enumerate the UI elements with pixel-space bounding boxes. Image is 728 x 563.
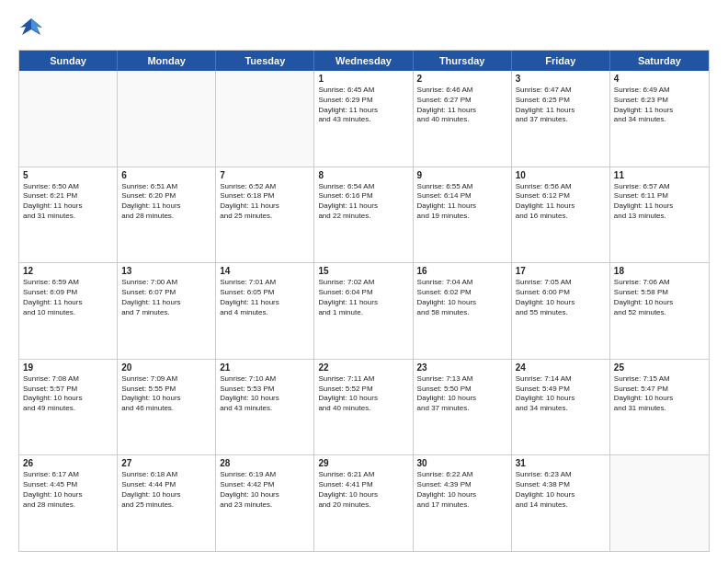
day-cell-21: 21Sunrise: 7:10 AM Sunset: 5:53 PM Dayli… (216, 360, 314, 455)
empty-cell-0-0 (19, 71, 118, 167)
day-info: Sunrise: 6:21 AM Sunset: 4:41 PM Dayligh… (318, 470, 408, 510)
day-info: Sunrise: 6:54 AM Sunset: 6:16 PM Dayligh… (318, 182, 408, 222)
day-cell-9: 9Sunrise: 6:55 AM Sunset: 6:14 PM Daylig… (414, 167, 512, 263)
day-cell-27: 27Sunrise: 6:18 AM Sunset: 4:44 PM Dayli… (118, 455, 216, 551)
day-number: 15 (318, 266, 408, 276)
day-cell-25: 25Sunrise: 7:15 AM Sunset: 5:47 PM Dayli… (610, 360, 709, 455)
header-day-wednesday: Wednesday (314, 51, 413, 71)
day-info: Sunrise: 6:17 AM Sunset: 4:45 PM Dayligh… (23, 470, 113, 510)
day-info: Sunrise: 7:14 AM Sunset: 5:49 PM Dayligh… (516, 374, 606, 414)
day-info: Sunrise: 7:05 AM Sunset: 6:00 PM Dayligh… (516, 278, 606, 317)
logo-icon (18, 15, 44, 40)
day-number: 17 (516, 266, 606, 276)
day-cell-26: 26Sunrise: 6:17 AM Sunset: 4:45 PM Dayli… (19, 455, 118, 551)
day-cell-20: 20Sunrise: 7:09 AM Sunset: 5:55 PM Dayli… (118, 360, 216, 455)
day-info: Sunrise: 6:56 AM Sunset: 6:12 PM Dayligh… (516, 182, 606, 222)
day-cell-24: 24Sunrise: 7:14 AM Sunset: 5:49 PM Dayli… (512, 360, 610, 455)
day-number: 12 (23, 266, 113, 276)
day-number: 9 (417, 170, 507, 180)
header-day-thursday: Thursday (414, 51, 512, 71)
day-info: Sunrise: 6:23 AM Sunset: 4:38 PM Dayligh… (516, 470, 606, 510)
day-number: 23 (417, 362, 507, 373)
day-info: Sunrise: 7:06 AM Sunset: 5:58 PM Dayligh… (614, 278, 705, 317)
day-cell-15: 15Sunrise: 7:02 AM Sunset: 6:04 PM Dayli… (314, 263, 413, 359)
logo (18, 15, 48, 40)
day-cell-18: 18Sunrise: 7:06 AM Sunset: 5:58 PM Dayli… (610, 263, 709, 359)
header-day-tuesday: Tuesday (216, 51, 314, 71)
day-number: 16 (417, 266, 507, 276)
header-day-saturday: Saturday (610, 51, 709, 71)
day-cell-30: 30Sunrise: 6:22 AM Sunset: 4:39 PM Dayli… (414, 455, 512, 551)
day-info: Sunrise: 7:15 AM Sunset: 5:47 PM Dayligh… (614, 374, 705, 414)
day-info: Sunrise: 6:22 AM Sunset: 4:39 PM Dayligh… (417, 470, 507, 510)
day-cell-3: 3Sunrise: 6:47 AM Sunset: 6:25 PM Daylig… (512, 71, 610, 167)
day-cell-29: 29Sunrise: 6:21 AM Sunset: 4:41 PM Dayli… (314, 455, 413, 551)
day-info: Sunrise: 7:11 AM Sunset: 5:52 PM Dayligh… (318, 374, 408, 414)
day-number: 1 (318, 74, 408, 84)
day-number: 4 (614, 74, 705, 84)
day-info: Sunrise: 6:49 AM Sunset: 6:23 PM Dayligh… (614, 86, 705, 125)
day-info: Sunrise: 7:10 AM Sunset: 5:53 PM Dayligh… (220, 374, 310, 414)
day-number: 22 (318, 362, 408, 373)
day-info: Sunrise: 6:18 AM Sunset: 4:44 PM Dayligh… (121, 470, 211, 510)
day-info: Sunrise: 6:52 AM Sunset: 6:18 PM Dayligh… (220, 182, 310, 222)
day-number: 24 (516, 362, 606, 373)
day-cell-2: 2Sunrise: 6:46 AM Sunset: 6:27 PM Daylig… (414, 71, 512, 167)
day-cell-5: 5Sunrise: 6:50 AM Sunset: 6:21 PM Daylig… (19, 167, 118, 263)
day-info: Sunrise: 7:04 AM Sunset: 6:02 PM Dayligh… (417, 278, 507, 317)
day-info: Sunrise: 7:02 AM Sunset: 6:04 PM Dayligh… (318, 278, 408, 317)
header-day-monday: Monday (118, 51, 216, 71)
day-cell-19: 19Sunrise: 7:08 AM Sunset: 5:57 PM Dayli… (19, 360, 118, 455)
day-number: 5 (23, 170, 113, 180)
empty-cell-0-2 (216, 71, 314, 167)
day-cell-17: 17Sunrise: 7:05 AM Sunset: 6:00 PM Dayli… (512, 263, 610, 359)
day-info: Sunrise: 7:01 AM Sunset: 6:05 PM Dayligh… (220, 278, 310, 317)
header (18, 15, 710, 40)
calendar-row-3: 19Sunrise: 7:08 AM Sunset: 5:57 PM Dayli… (19, 359, 709, 455)
day-cell-1: 1Sunrise: 6:45 AM Sunset: 6:29 PM Daylig… (314, 71, 413, 167)
day-cell-12: 12Sunrise: 6:59 AM Sunset: 6:09 PM Dayli… (19, 263, 118, 359)
day-info: Sunrise: 6:59 AM Sunset: 6:09 PM Dayligh… (23, 278, 113, 317)
day-number: 13 (121, 266, 211, 276)
day-number: 3 (516, 74, 606, 84)
calendar-row-0: 1Sunrise: 6:45 AM Sunset: 6:29 PM Daylig… (19, 71, 709, 167)
day-number: 31 (516, 458, 606, 468)
day-info: Sunrise: 7:09 AM Sunset: 5:55 PM Dayligh… (121, 374, 211, 414)
empty-cell-4-6 (610, 455, 709, 551)
svg-marker-1 (31, 18, 40, 33)
calendar-body: 1Sunrise: 6:45 AM Sunset: 6:29 PM Daylig… (19, 71, 709, 551)
calendar-row-2: 12Sunrise: 6:59 AM Sunset: 6:09 PM Dayli… (19, 262, 709, 359)
day-number: 6 (121, 170, 211, 180)
day-info: Sunrise: 6:47 AM Sunset: 6:25 PM Dayligh… (516, 86, 606, 125)
day-cell-14: 14Sunrise: 7:01 AM Sunset: 6:05 PM Dayli… (216, 263, 314, 359)
day-info: Sunrise: 6:19 AM Sunset: 4:42 PM Dayligh… (220, 470, 310, 510)
day-cell-31: 31Sunrise: 6:23 AM Sunset: 4:38 PM Dayli… (512, 455, 610, 551)
header-day-friday: Friday (512, 51, 610, 71)
day-number: 11 (614, 170, 705, 180)
day-info: Sunrise: 6:55 AM Sunset: 6:14 PM Dayligh… (417, 182, 507, 222)
day-info: Sunrise: 6:51 AM Sunset: 6:20 PM Dayligh… (121, 182, 211, 222)
day-cell-28: 28Sunrise: 6:19 AM Sunset: 4:42 PM Dayli… (216, 455, 314, 551)
day-info: Sunrise: 7:08 AM Sunset: 5:57 PM Dayligh… (23, 374, 113, 414)
day-cell-4: 4Sunrise: 6:49 AM Sunset: 6:23 PM Daylig… (610, 71, 709, 167)
calendar: SundayMondayTuesdayWednesdayThursdayFrid… (18, 50, 710, 552)
day-cell-8: 8Sunrise: 6:54 AM Sunset: 6:16 PM Daylig… (314, 167, 413, 263)
day-cell-10: 10Sunrise: 6:56 AM Sunset: 6:12 PM Dayli… (512, 167, 610, 263)
day-info: Sunrise: 7:13 AM Sunset: 5:50 PM Dayligh… (417, 374, 507, 414)
day-number: 29 (318, 458, 408, 468)
day-number: 7 (220, 170, 310, 180)
day-cell-6: 6Sunrise: 6:51 AM Sunset: 6:20 PM Daylig… (118, 167, 216, 263)
day-number: 21 (220, 362, 310, 373)
day-cell-13: 13Sunrise: 7:00 AM Sunset: 6:07 PM Dayli… (118, 263, 216, 359)
day-cell-16: 16Sunrise: 7:04 AM Sunset: 6:02 PM Dayli… (414, 263, 512, 359)
day-cell-11: 11Sunrise: 6:57 AM Sunset: 6:11 PM Dayli… (610, 167, 709, 263)
day-info: Sunrise: 6:45 AM Sunset: 6:29 PM Dayligh… (318, 86, 408, 125)
day-number: 26 (23, 458, 113, 468)
day-number: 30 (417, 458, 507, 468)
day-number: 19 (23, 362, 113, 373)
day-cell-22: 22Sunrise: 7:11 AM Sunset: 5:52 PM Dayli… (314, 360, 413, 455)
day-number: 28 (220, 458, 310, 468)
day-number: 20 (121, 362, 211, 373)
day-number: 2 (417, 74, 507, 84)
day-number: 25 (614, 362, 705, 373)
